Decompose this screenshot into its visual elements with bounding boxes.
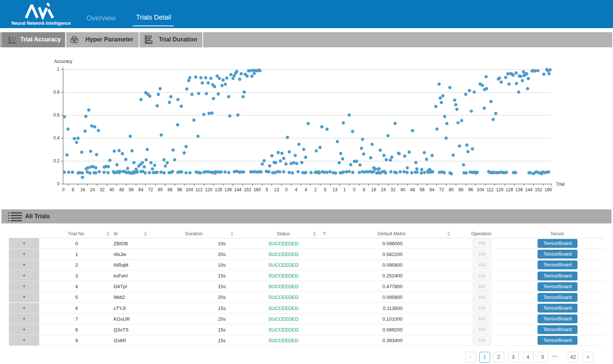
svg-text:64: 64 — [430, 187, 435, 192]
svg-text:0.8: 0.8 — [53, 90, 60, 95]
svg-text:0.4: 0.4 — [53, 135, 60, 141]
svg-text:0.6: 0.6 — [53, 112, 60, 118]
svg-text:40: 40 — [109, 187, 114, 192]
svg-text:24: 24 — [381, 187, 386, 192]
svg-text:2: 2 — [314, 187, 317, 192]
svg-text:5: 5 — [324, 187, 327, 192]
svg-text:48: 48 — [119, 187, 124, 192]
svg-text:0: 0 — [285, 187, 288, 192]
svg-text:13: 13 — [333, 187, 338, 192]
svg-text:104: 104 — [186, 187, 193, 192]
svg-text:80: 80 — [449, 187, 454, 192]
svg-text:56: 56 — [420, 187, 425, 192]
svg-text:8: 8 — [72, 187, 74, 192]
svg-text:152: 152 — [244, 187, 251, 192]
svg-text:120: 120 — [205, 187, 212, 192]
svg-text:4: 4 — [304, 187, 307, 192]
svg-text:96: 96 — [468, 187, 474, 192]
svg-text:160: 160 — [253, 187, 261, 192]
svg-text:96: 96 — [177, 187, 182, 192]
svg-text:80: 80 — [158, 187, 163, 192]
svg-text:1: 1 — [343, 187, 346, 192]
svg-text:48: 48 — [410, 187, 415, 192]
svg-text:144: 144 — [525, 187, 533, 192]
svg-text:64: 64 — [138, 187, 144, 192]
svg-text:88: 88 — [168, 187, 173, 192]
svg-text:128: 128 — [506, 187, 513, 192]
svg-text:40: 40 — [400, 187, 405, 192]
svg-text:5: 5 — [266, 187, 268, 192]
svg-text:4: 4 — [295, 187, 297, 192]
svg-text:128: 128 — [215, 187, 222, 192]
svg-text:104: 104 — [476, 187, 484, 192]
svg-text:0: 0 — [57, 181, 60, 186]
svg-text:24: 24 — [90, 187, 95, 192]
svg-text:144: 144 — [234, 187, 242, 192]
svg-text:88: 88 — [458, 187, 464, 192]
svg-text:0: 0 — [62, 187, 65, 192]
svg-text:112: 112 — [486, 187, 494, 192]
svg-text:136: 136 — [225, 187, 232, 192]
svg-text:16: 16 — [371, 187, 376, 192]
svg-text:13: 13 — [274, 187, 279, 192]
svg-text:32: 32 — [391, 187, 396, 192]
svg-text:8: 8 — [363, 187, 365, 192]
svg-text:1: 1 — [57, 67, 60, 72]
svg-text:120: 120 — [496, 187, 503, 192]
svg-text:72: 72 — [148, 187, 153, 192]
svg-text:112: 112 — [196, 187, 203, 192]
svg-text:Trial: Trial — [556, 182, 565, 187]
svg-text:72: 72 — [439, 187, 444, 192]
svg-text:56: 56 — [129, 187, 134, 192]
svg-text:0.2: 0.2 — [53, 158, 60, 164]
svg-text:16: 16 — [80, 187, 85, 192]
svg-text:0: 0 — [353, 187, 356, 192]
svg-text:136: 136 — [515, 187, 523, 192]
svg-text:Accuracy: Accuracy — [54, 59, 72, 64]
svg-text:152: 152 — [535, 187, 542, 192]
svg-text:160: 160 — [545, 187, 552, 192]
svg-text:32: 32 — [100, 187, 105, 192]
